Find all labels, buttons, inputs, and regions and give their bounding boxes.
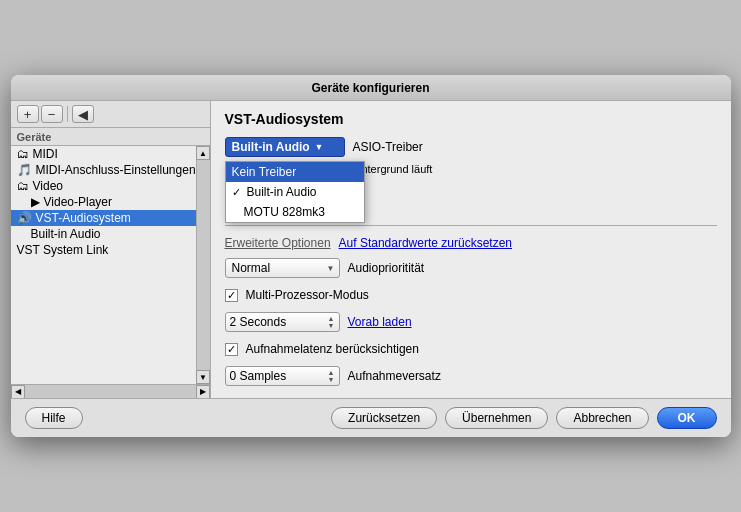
- geraete-label: Geräte: [11, 128, 210, 146]
- record-offset-value: 0 Samples: [230, 369, 287, 383]
- ok-button[interactable]: OK: [657, 407, 717, 429]
- popup-item-kein-treiber[interactable]: Kein Treiber: [226, 162, 364, 182]
- remove-button[interactable]: −: [41, 105, 63, 123]
- advanced-options-link[interactable]: Erweiterte Optionen: [225, 236, 331, 250]
- stepper-up-icon: ▲: [328, 369, 335, 376]
- dropdown-arrow-icon: ▼: [315, 142, 324, 152]
- tree-item-video-player[interactable]: ▶ Video-Player: [11, 194, 196, 210]
- scroll-track: [197, 160, 210, 370]
- stepper-down-icon: ▼: [328, 376, 335, 383]
- bottom-buttons: Hilfe Zurücksetzen Übernehmen Abbrechen …: [11, 398, 731, 437]
- h-scroll-track: [25, 385, 196, 398]
- right-panel: VST-Audiosystem Built-in Audio ▼ Kein Tr…: [211, 101, 731, 398]
- record-offset-stepper[interactable]: 0 Samples ▲ ▼: [225, 366, 340, 386]
- audio-priority-dropdown[interactable]: Normal ▼: [225, 258, 340, 278]
- toolbar: + − ◀: [11, 101, 210, 128]
- video-icon: ▶: [31, 195, 40, 209]
- audio-driver-dropdown[interactable]: Built-in Audio ▼: [225, 137, 345, 157]
- folder-icon: 🗂: [17, 147, 29, 161]
- title-bar: Geräte konfigurieren: [11, 75, 731, 101]
- tree-item-vst-audiosystem[interactable]: 🔊 VST-Audiosystem: [11, 210, 196, 226]
- reset-link[interactable]: Auf Standardwerte zurücksetzen: [339, 236, 512, 250]
- stepper-arrows: ▲ ▼: [328, 315, 335, 329]
- tree-area: 🗂 MIDI 🎵 MIDI-Anschluss-Einstellungen 🗂 …: [11, 146, 210, 384]
- audio-driver-row: Built-in Audio ▼ Kein Treiber Built-in A…: [225, 137, 717, 157]
- divider: [225, 225, 717, 226]
- preload-value: 2 Seconds: [230, 315, 287, 329]
- dropdown-arrow-icon: ▼: [327, 264, 335, 273]
- audio-driver-popup: Kein Treiber Built-in Audio MOTU 828mk3: [225, 161, 365, 223]
- hilfe-button[interactable]: Hilfe: [25, 407, 83, 429]
- popup-item-motu[interactable]: MOTU 828mk3: [226, 202, 364, 222]
- popup-item-label: Kein Treiber: [232, 165, 297, 179]
- midi-icon: 🎵: [17, 163, 32, 177]
- record-offset-label: Aufnahmeversatz: [348, 369, 441, 383]
- dialog-title: Geräte konfigurieren: [311, 81, 429, 95]
- multi-processor-checkbox[interactable]: ✓: [225, 289, 238, 302]
- record-latency-checkbox[interactable]: ✓: [225, 343, 238, 356]
- folder-icon: 🗂: [17, 179, 29, 193]
- zuruecksetzen-button[interactable]: Zurücksetzen: [331, 407, 437, 429]
- dialog-body: + − ◀ Geräte 🗂 MIDI 🎵 MIDI-Anschluss-Ein…: [11, 101, 731, 398]
- preload-stepper[interactable]: 2 Seconds ▲ ▼: [225, 312, 340, 332]
- multi-processor-label: Multi-Prozessor-Modus: [246, 288, 369, 302]
- record-offset-row: 0 Samples ▲ ▼ Aufnahmeversatz: [225, 366, 717, 386]
- uebernehmen-button[interactable]: Übernehmen: [445, 407, 548, 429]
- record-latency-label: Aufnahmelatenz berücksichtigen: [246, 342, 419, 356]
- horizontal-scrollbar[interactable]: ◀ ▶: [11, 384, 210, 398]
- stepper-arrows: ▲ ▼: [328, 369, 335, 383]
- tree-item-builtin-audio[interactable]: Built-in Audio: [11, 226, 196, 242]
- scroll-right-arrow[interactable]: ▶: [196, 385, 210, 399]
- abbrechen-button[interactable]: Abbrechen: [556, 407, 648, 429]
- left-panel: + − ◀ Geräte 🗂 MIDI 🎵 MIDI-Anschluss-Ein…: [11, 101, 211, 398]
- audio-priority-row: Normal ▼ Audioprioritität: [225, 258, 717, 278]
- dialog: Geräte konfigurieren + − ◀ Geräte 🗂 MIDI: [11, 75, 731, 437]
- stepper-up-icon: ▲: [328, 315, 335, 322]
- tree-item-midi-anschluss[interactable]: 🎵 MIDI-Anschluss-Einstellungen: [11, 162, 196, 178]
- tree-item-midi[interactable]: 🗂 MIDI: [11, 146, 196, 162]
- audio-priority-value: Normal: [232, 261, 271, 275]
- preload-row: 2 Seconds ▲ ▼ Vorab laden: [225, 312, 717, 332]
- popup-item-builtin-audio[interactable]: Built-in Audio: [226, 182, 364, 202]
- tree-item-vst-system-link[interactable]: VST System Link: [11, 242, 196, 258]
- record-latency-row: ✓ Aufnahmelatenz berücksichtigen: [225, 342, 717, 356]
- multi-processor-row: ✓ Multi-Prozessor-Modus: [225, 288, 717, 302]
- audio-driver-dropdown-container: Built-in Audio ▼ Kein Treiber Built-in A…: [225, 137, 345, 157]
- vertical-scrollbar[interactable]: ▲ ▼: [196, 146, 210, 384]
- audio-priority-label: Audioprioritität: [348, 261, 425, 275]
- scroll-down-arrow[interactable]: ▼: [196, 370, 210, 384]
- toolbar-divider: [67, 106, 68, 122]
- tree-item-video[interactable]: 🗂 Video: [11, 178, 196, 194]
- scroll-left-arrow[interactable]: ◀: [11, 385, 25, 399]
- section-title: VST-Audiosystem: [225, 111, 717, 127]
- audio-driver-value: Built-in Audio: [232, 140, 310, 154]
- add-button[interactable]: +: [17, 105, 39, 123]
- advanced-row: Erweiterte Optionen Auf Standardwerte zu…: [225, 236, 717, 250]
- popup-item-label: MOTU 828mk3: [244, 205, 325, 219]
- scroll-up-arrow[interactable]: ▲: [196, 146, 210, 160]
- audio-icon: 🔊: [17, 211, 32, 225]
- back-button[interactable]: ◀: [72, 105, 94, 123]
- popup-item-label: Built-in Audio: [247, 185, 317, 199]
- asio-label: ASIO-Treiber: [353, 140, 423, 154]
- preload-label[interactable]: Vorab laden: [348, 315, 412, 329]
- stepper-down-icon: ▼: [328, 322, 335, 329]
